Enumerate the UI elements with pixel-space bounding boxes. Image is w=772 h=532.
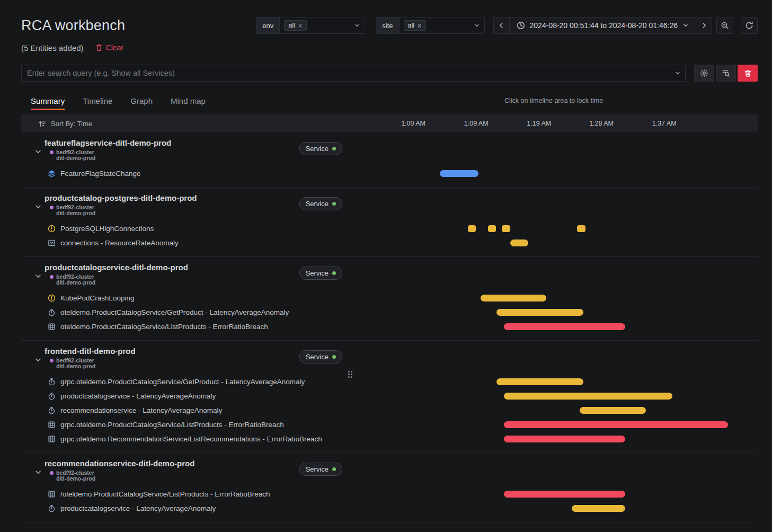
timeline-bar-blue[interactable] xyxy=(440,170,478,177)
group-header[interactable]: featureflagservice-ditl-demo-prodbedf92-… xyxy=(21,138,350,163)
timeline-bar-red[interactable] xyxy=(504,421,728,428)
event-row[interactable]: grpc.oteldemo.ProductCatalogService/List… xyxy=(21,418,350,432)
timeline-bar-red[interactable] xyxy=(504,491,625,498)
sort-label: Sort By: Time xyxy=(51,120,92,128)
service-name: productcatalogservice-ditl-demo-prod xyxy=(45,262,188,273)
timeline-bar-yellow[interactable] xyxy=(577,225,585,232)
search-input[interactable] xyxy=(21,65,686,82)
refresh-button[interactable] xyxy=(741,17,758,34)
timeline-row[interactable] xyxy=(350,403,758,418)
group-header[interactable]: productcatalogservice-ditl-demo-prodbedf… xyxy=(21,262,350,288)
layers-icon xyxy=(48,170,56,178)
timeline-rows xyxy=(350,221,758,256)
timeline-bar-yellow[interactable] xyxy=(488,225,496,232)
timeline-bar-yellow[interactable] xyxy=(572,505,625,512)
search-caret-icon[interactable] xyxy=(675,70,681,76)
timeline-bar-yellow[interactable] xyxy=(496,378,583,385)
event-row[interactable]: recommendationservice - LatencyAverageAn… xyxy=(21,403,350,418)
site-filter-select[interactable]: all xyxy=(399,17,485,34)
event-row[interactable]: grpc.oteldemo.RecommendationService/List… xyxy=(21,432,350,446)
event-label: grpc.oteldemo.ProductCatalogService/GetP… xyxy=(60,378,305,386)
group-timeline xyxy=(350,458,758,522)
clear-button[interactable]: Clear xyxy=(95,43,123,52)
event-row[interactable]: /oteldemo.ProductCatalogService/ListProd… xyxy=(21,487,350,501)
chip-remove-icon[interactable] xyxy=(417,23,422,28)
latency-icon xyxy=(48,308,56,316)
env-filter-select[interactable]: all xyxy=(279,17,365,34)
time-shift-back-button[interactable] xyxy=(494,17,510,33)
timeline-row[interactable] xyxy=(350,166,758,181)
status-dot xyxy=(332,147,336,150)
group-header[interactable]: frontend-ditl-demo-prodbedf92-clusterdit… xyxy=(21,346,350,371)
tab-summary[interactable]: Summary xyxy=(31,96,65,110)
timeline-bar-yellow[interactable] xyxy=(481,295,546,302)
group-info: featureflagservice-ditl-demo-prodbedf92-… xyxy=(45,138,171,163)
delete-button[interactable] xyxy=(738,65,758,82)
timeline-bar-red[interactable] xyxy=(504,323,625,330)
drag-handle-icon[interactable] xyxy=(347,370,353,379)
settings-button[interactable] xyxy=(694,65,714,82)
timeline-rows xyxy=(350,487,758,522)
tab-graph[interactable]: Graph xyxy=(130,96,153,110)
zoom-out-button[interactable] xyxy=(716,17,733,34)
event-label: productcatalogservice - LatencyAverageAn… xyxy=(60,392,216,400)
group-info: productcatalog-postgres-ditl-demo-prodbe… xyxy=(45,193,197,218)
timeline-bar-yellow[interactable] xyxy=(468,225,476,232)
time-shift-forward-button[interactable] xyxy=(696,17,712,33)
group-header[interactable]: productcatalog-postgres-ditl-demo-prodbe… xyxy=(21,193,350,218)
timeline-row[interactable] xyxy=(350,375,758,389)
event-row[interactable]: connections - ResourceRateAnomaly xyxy=(21,236,350,250)
timeline-row[interactable] xyxy=(350,221,758,236)
group-header[interactable]: recommendationservice-ditl-demo-prodbedf… xyxy=(21,458,350,484)
timeline-row[interactable] xyxy=(350,389,758,403)
event-row[interactable]: grpc.oteldemo.ProductCatalogService/GetP… xyxy=(21,375,350,389)
timeline-bar-yellow[interactable] xyxy=(580,407,646,414)
service-group: frontend-ditl-demo-prodbedf92-clusterdit… xyxy=(21,341,758,453)
error-icon xyxy=(48,323,56,331)
site-filter-chip[interactable]: all xyxy=(404,20,427,31)
timeline-row[interactable] xyxy=(350,418,758,432)
env-filter-chip[interactable]: all xyxy=(284,20,307,31)
timeline-row[interactable] xyxy=(350,320,758,334)
event-row[interactable]: PostgreSQLHighConnections xyxy=(21,221,350,236)
sort-by-control[interactable]: Sort By: Time xyxy=(21,120,350,128)
axis-tick: 1:09 AM xyxy=(464,120,489,127)
timeline-row[interactable] xyxy=(350,236,758,250)
service-badge: Service xyxy=(299,197,342,210)
event-row[interactable]: oteldemo.ProductCatalogService/GetProduc… xyxy=(21,305,350,320)
timeline-row[interactable] xyxy=(350,291,758,305)
timeline-spacer xyxy=(350,193,758,221)
event-rows: KubePodCrashLoopingoteldemo.ProductCatal… xyxy=(21,291,350,340)
tab-timeline[interactable]: Timeline xyxy=(83,96,112,110)
timeline-row[interactable] xyxy=(350,432,758,446)
timeline-bar-yellow[interactable] xyxy=(504,393,672,400)
query-inspector-button[interactable] xyxy=(716,65,736,82)
timeline-spacer xyxy=(350,262,758,291)
event-row[interactable]: oteldemo.ProductCatalogService/ListProdu… xyxy=(21,320,350,334)
timeline-bar-yellow[interactable] xyxy=(510,240,528,246)
event-row[interactable]: productcatalogservice - LatencyAverageAn… xyxy=(21,501,350,516)
timeline-bar-yellow[interactable] xyxy=(496,309,583,316)
time-axis[interactable]: 1:00 AM1:09 AM1:19 AM1:28 AM1:37 AM xyxy=(350,114,758,132)
page-title: RCA workbench xyxy=(21,17,245,34)
service-group: productcatalogservice-ditl-demo-prodbedf… xyxy=(21,257,758,341)
chip-remove-icon[interactable] xyxy=(298,23,303,28)
event-row[interactable]: FeatureFlagStateChange xyxy=(21,166,350,181)
trash-icon xyxy=(744,69,752,77)
env-filter-label: env xyxy=(256,17,279,34)
alert-circle-icon xyxy=(48,225,56,233)
group-left-panel: productcatalogservice-ditl-demo-prodbedf… xyxy=(21,262,350,340)
time-range-button[interactable]: 2024-08-20 00:51:44 to 2024-08-20 01:46:… xyxy=(510,17,696,33)
tab-mind-map[interactable]: Mind map xyxy=(171,96,206,110)
timeline-bar-red[interactable] xyxy=(504,436,625,442)
event-row[interactable]: KubePodCrashLooping xyxy=(21,291,350,305)
sort-icon xyxy=(38,120,46,128)
chevron-down-icon xyxy=(34,194,42,218)
event-rows: grpc.oteldemo.ProductCatalogService/GetP… xyxy=(21,375,350,453)
timeline-row[interactable] xyxy=(350,305,758,320)
timeline-bar-yellow[interactable] xyxy=(502,225,510,232)
status-dot xyxy=(332,202,336,206)
event-row[interactable]: productcatalogservice - LatencyAverageAn… xyxy=(21,389,350,403)
timeline-row[interactable] xyxy=(350,487,758,501)
timeline-row[interactable] xyxy=(350,501,758,516)
